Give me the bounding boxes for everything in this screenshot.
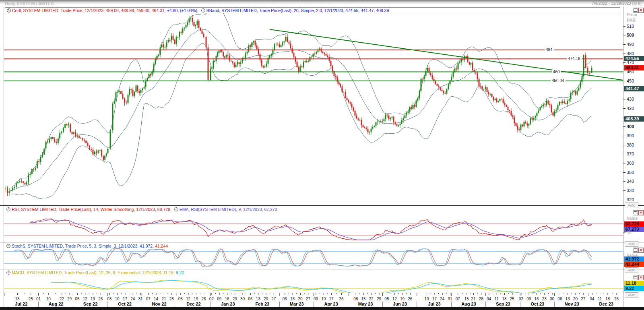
macd-legend[interactable]: MACD, SYSTEM LIMITED, Trade Price(Last),… [5, 270, 184, 275]
xaxis-day-label: 20 [262, 297, 269, 301]
stoch-legend-text[interactable]: StochS, SYSTEM LIMITED, Trade Price, 5, … [12, 244, 154, 248]
price-axis-tick: 420 [627, 106, 634, 111]
rsi-legend[interactable]: RSI, SYSTEM LIMITED, Trade Price(Last), … [5, 207, 277, 212]
xaxis-day-label: 26 [200, 297, 207, 301]
price-axis-tick: 480 [627, 51, 634, 56]
xaxis-day-label: 26 [338, 297, 345, 301]
stoch-value-chip: 41.244 [624, 262, 644, 267]
chart-window: Daily SYSTEM LIMITED 7/4/2022 - 12/29/20… [0, 0, 644, 310]
xaxis-day-label: 19 [192, 297, 200, 301]
rsi-restore-icon[interactable] [633, 210, 638, 215]
xaxis-day-label: 31 [446, 297, 454, 301]
xaxis-month-label: Mar 23 [279, 302, 314, 307]
xaxis-day-label: 29 [376, 297, 383, 301]
xaxis-day-label: 13 [254, 297, 262, 301]
xaxis-day-label: 10 [114, 297, 121, 301]
candle-change-text: +4.80, (+1.04%), [166, 8, 198, 13]
macd-legend-text[interactable]: MACD, SYSTEM LIMITED, Trade Price(Last),… [12, 270, 175, 275]
price-axis-tick: 330 [627, 188, 634, 193]
main-close-icon[interactable]: × [638, 8, 644, 13]
xaxis-day-label: 26 [407, 297, 414, 301]
price-axis-tick: 450 [627, 79, 634, 83]
rsi-ema-series-icon [174, 207, 178, 211]
rsi-axis-title: Value [627, 216, 638, 221]
macd-value-chip: 11.18 [624, 281, 644, 286]
stoch-restore-icon[interactable] [633, 248, 638, 253]
xaxis-month-label: Sep 23 [485, 302, 520, 307]
xaxis-month-label: Oct 23 [520, 302, 555, 307]
rsi-axis-tick: 40 [627, 230, 632, 235]
price-axis-tick: 390 [627, 133, 634, 138]
price-axis-tick: 350 [627, 170, 634, 175]
xaxis-day-label: 06 [247, 297, 254, 301]
main-price-chart-canvas[interactable] [4, 13, 623, 203]
xaxis-day-label: 05 [383, 297, 390, 301]
xaxis-day-label: 24 [129, 297, 136, 301]
xaxis-tick-canvas [4, 293, 623, 297]
macd-signal-value-text: 9.22 [175, 270, 184, 275]
xaxis-month-label: Sep 22 [73, 302, 107, 307]
xaxis-day-label: 17 [121, 297, 128, 301]
xaxis-month-label: Jan 23 [211, 302, 245, 307]
xaxis-day-label: 17 [328, 297, 335, 301]
rsi-close-icon[interactable]: × [638, 210, 644, 215]
rsi-ema-legend-text[interactable]: EMA, RSI(SYSTEM LIMITED), 9, 12/1/2023, … [180, 207, 277, 212]
price-axis-tick-mark [623, 44, 625, 45]
stoch-panel-canvas[interactable] [4, 247, 623, 267]
candle-legend-text[interactable]: Cndl, SYSTEM LIMITED, Trade Price, 12/1/… [12, 8, 166, 13]
xaxis-month-label: Dec 23 [589, 302, 623, 307]
xaxis-day-label: 12 [391, 297, 398, 301]
xaxis-day-label: 22 [58, 297, 65, 301]
xaxis-day-label: 31 [137, 297, 144, 301]
xaxis-day-label: 04 [485, 297, 492, 301]
xaxis-month-label: Nov 23 [554, 302, 589, 307]
price-axis-tick-mark [623, 172, 625, 173]
xaxis-day-label: 27 [270, 297, 277, 301]
xaxis-day-label: 12 [185, 297, 192, 301]
xaxis-day-label: 05 [177, 297, 184, 301]
stoch-legend[interactable]: StochS, SYSTEM LIMITED, Trade Price, 5, … [5, 244, 168, 249]
rsi-legend-text[interactable]: RSI, SYSTEM LIMITED, Trade Price(Last), … [12, 207, 171, 212]
xaxis-day-label: 09 [525, 297, 533, 301]
candle-series-icon [7, 8, 11, 12]
rsi-panel-canvas[interactable] [4, 213, 623, 242]
xaxis-day-label: 06 [281, 297, 288, 301]
price-axis-tick-mark [623, 145, 625, 145]
price-axis-tick: 320 [627, 197, 634, 202]
xaxis-day-label: 04 [588, 297, 596, 301]
price-axis-tick-mark [623, 136, 625, 136]
xaxis-month-label: Nov 22 [142, 302, 176, 307]
stoch-auto-scale-button[interactable]: Auto [625, 267, 638, 273]
xaxis-day-label: 03 [312, 297, 320, 301]
xaxis-month-label: Jul 22 [4, 302, 38, 307]
xaxis-day-label: 02 [208, 297, 215, 301]
macd-series-icon [6, 271, 10, 275]
price-axis-tick-mark [623, 200, 625, 200]
price-axis-tick: 360 [627, 161, 634, 165]
rsi-auto-scale-button[interactable]: Auto [625, 241, 638, 247]
axis-gutter-border [623, 6, 623, 307]
bband-legend-text[interactable]: BBand, SYSTEM LIMITED, Trade Price(Last)… [206, 8, 389, 13]
main-auto-scale-button[interactable]: Auto [625, 203, 638, 208]
xaxis-month-label: Aug 22 [38, 302, 73, 307]
macd-close-icon[interactable]: × [638, 275, 644, 280]
xaxis-day-label: 29 [66, 297, 73, 301]
xaxis-day-label: 10 [45, 297, 52, 301]
macd-auto-scale-button[interactable]: Auto [625, 292, 638, 298]
price-axis-tick-mark [623, 181, 625, 182]
xaxis-day-label: 26 [613, 297, 620, 301]
main-restore-icon[interactable] [633, 8, 638, 13]
xaxis-day-label: 13 [564, 297, 571, 301]
stoch-d-value-text: 41.244 [154, 244, 168, 248]
stoch-close-icon[interactable]: × [638, 248, 644, 253]
xaxis-day-label: 25 [27, 297, 34, 301]
xaxis-day-label: 30 [549, 297, 556, 301]
price-axis-currency: PKR [627, 18, 636, 23]
xaxis-day-label: 25 [508, 297, 516, 301]
macd-panel-canvas[interactable] [4, 275, 623, 293]
chart-title: Daily SYSTEM LIMITED [5, 1, 54, 6]
xaxis-day-label: 23 [231, 297, 238, 301]
price-axis-tick-mark [623, 163, 625, 163]
xaxis-day-label: 11 [493, 297, 500, 301]
price-axis-chip: 474.55 [624, 56, 644, 61]
